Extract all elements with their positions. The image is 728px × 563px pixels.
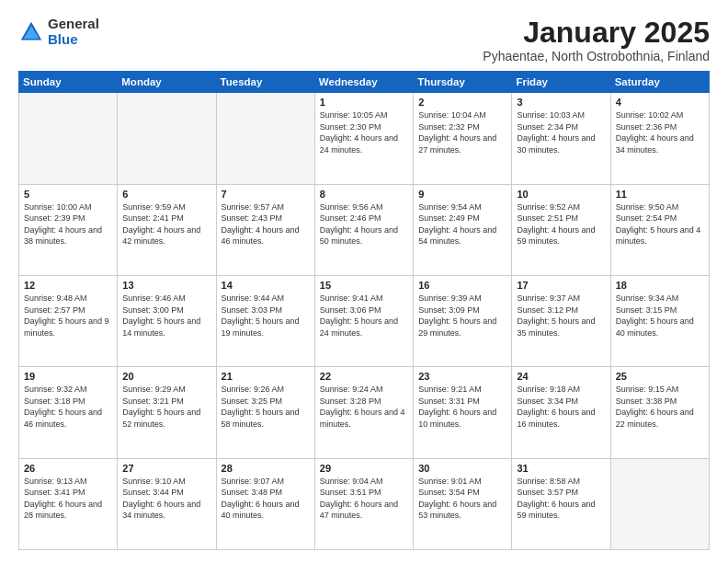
- calendar-cell: 25Sunrise: 9:15 AM Sunset: 3:38 PM Dayli…: [610, 367, 709, 458]
- title-block: January 2025 Pyhaentae, North Ostrobothn…: [483, 17, 710, 63]
- day-number: 25: [616, 371, 704, 382]
- calendar-table: Sunday Monday Tuesday Wednesday Thursday…: [18, 71, 710, 550]
- day-info: Sunrise: 9:07 AM Sunset: 3:48 PM Dayligh…: [222, 476, 310, 522]
- day-number: 31: [517, 463, 605, 474]
- calendar-cell: 3Sunrise: 10:03 AM Sunset: 2:34 PM Dayli…: [512, 93, 610, 184]
- calendar-cell: 22Sunrise: 9:24 AM Sunset: 3:28 PM Dayli…: [314, 367, 413, 458]
- day-number: 6: [122, 189, 210, 200]
- day-number: 4: [616, 97, 704, 108]
- calendar-cell: [19, 93, 118, 184]
- day-number: 14: [222, 280, 310, 291]
- calendar-cell: 29Sunrise: 9:04 AM Sunset: 3:51 PM Dayli…: [314, 458, 413, 549]
- day-info: Sunrise: 9:26 AM Sunset: 3:25 PM Dayligh…: [222, 384, 310, 430]
- day-info: Sunrise: 9:46 AM Sunset: 3:00 PM Dayligh…: [122, 293, 210, 339]
- day-number: 2: [418, 97, 506, 108]
- day-info: Sunrise: 9:24 AM Sunset: 3:28 PM Dayligh…: [320, 384, 408, 430]
- calendar-cell: 20Sunrise: 9:29 AM Sunset: 3:21 PM Dayli…: [118, 367, 216, 458]
- day-info: Sunrise: 9:39 AM Sunset: 3:09 PM Dayligh…: [418, 293, 506, 339]
- day-number: 13: [122, 280, 210, 291]
- day-info: Sunrise: 9:41 AM Sunset: 3:06 PM Dayligh…: [320, 293, 408, 339]
- day-number: 21: [222, 371, 310, 382]
- calendar-cell: 16Sunrise: 9:39 AM Sunset: 3:09 PM Dayli…: [414, 275, 512, 366]
- calendar-cell: 19Sunrise: 9:32 AM Sunset: 3:18 PM Dayli…: [19, 367, 118, 458]
- calendar-cell: 28Sunrise: 9:07 AM Sunset: 3:48 PM Dayli…: [216, 458, 314, 549]
- day-info: Sunrise: 10:04 AM Sunset: 2:32 PM Daylig…: [418, 109, 506, 155]
- day-number: 29: [320, 463, 408, 474]
- day-info: Sunrise: 9:15 AM Sunset: 3:38 PM Dayligh…: [616, 384, 704, 430]
- calendar-week-0: 1Sunrise: 10:05 AM Sunset: 2:30 PM Dayli…: [19, 93, 710, 184]
- day-number: 10: [517, 189, 605, 200]
- day-number: 18: [616, 280, 704, 291]
- day-info: Sunrise: 9:34 AM Sunset: 3:15 PM Dayligh…: [616, 293, 704, 339]
- calendar-cell: 1Sunrise: 10:05 AM Sunset: 2:30 PM Dayli…: [314, 93, 413, 184]
- day-number: 16: [418, 280, 506, 291]
- calendar-cell: 31Sunrise: 8:58 AM Sunset: 3:57 PM Dayli…: [512, 458, 610, 549]
- calendar-cell: 10Sunrise: 9:52 AM Sunset: 2:51 PM Dayli…: [512, 184, 610, 275]
- day-number: 1: [320, 97, 408, 108]
- logo-blue: Blue: [48, 32, 99, 48]
- day-number: 12: [24, 280, 112, 291]
- day-info: Sunrise: 9:01 AM Sunset: 3:54 PM Dayligh…: [418, 476, 506, 522]
- calendar-week-1: 5Sunrise: 10:00 AM Sunset: 2:39 PM Dayli…: [19, 184, 710, 275]
- day-info: Sunrise: 8:58 AM Sunset: 3:57 PM Dayligh…: [517, 476, 605, 522]
- day-info: Sunrise: 10:00 AM Sunset: 2:39 PM Daylig…: [24, 201, 112, 247]
- day-number: 5: [24, 189, 112, 200]
- calendar-cell: 30Sunrise: 9:01 AM Sunset: 3:54 PM Dayli…: [414, 458, 512, 549]
- day-number: 23: [418, 371, 506, 382]
- day-number: 17: [517, 280, 605, 291]
- day-info: Sunrise: 9:57 AM Sunset: 2:43 PM Dayligh…: [222, 201, 310, 247]
- day-info: Sunrise: 9:50 AM Sunset: 2:54 PM Dayligh…: [616, 201, 704, 247]
- calendar-cell: 18Sunrise: 9:34 AM Sunset: 3:15 PM Dayli…: [610, 275, 709, 366]
- col-saturday: Saturday: [610, 72, 709, 93]
- calendar-cell: 8Sunrise: 9:56 AM Sunset: 2:46 PM Daylig…: [314, 184, 413, 275]
- logo-icon: [18, 19, 44, 45]
- day-number: 15: [320, 280, 408, 291]
- calendar-week-2: 12Sunrise: 9:48 AM Sunset: 2:57 PM Dayli…: [19, 275, 710, 366]
- calendar-cell: 23Sunrise: 9:21 AM Sunset: 3:31 PM Dayli…: [414, 367, 512, 458]
- day-number: 26: [24, 463, 112, 474]
- calendar-cell: 27Sunrise: 9:10 AM Sunset: 3:44 PM Dayli…: [118, 458, 216, 549]
- day-info: Sunrise: 9:52 AM Sunset: 2:51 PM Dayligh…: [517, 201, 605, 247]
- col-thursday: Thursday: [414, 72, 512, 93]
- day-info: Sunrise: 10:02 AM Sunset: 2:36 PM Daylig…: [616, 109, 704, 155]
- day-info: Sunrise: 9:10 AM Sunset: 3:44 PM Dayligh…: [122, 476, 210, 522]
- calendar-cell: [610, 458, 709, 549]
- calendar-week-3: 19Sunrise: 9:32 AM Sunset: 3:18 PM Dayli…: [19, 367, 710, 458]
- day-info: Sunrise: 9:48 AM Sunset: 2:57 PM Dayligh…: [24, 293, 112, 339]
- calendar-cell: 4Sunrise: 10:02 AM Sunset: 2:36 PM Dayli…: [610, 93, 709, 184]
- day-info: Sunrise: 9:21 AM Sunset: 3:31 PM Dayligh…: [418, 384, 506, 430]
- calendar-week-4: 26Sunrise: 9:13 AM Sunset: 3:41 PM Dayli…: [19, 458, 710, 549]
- day-number: 3: [517, 97, 605, 108]
- day-number: 20: [122, 371, 210, 382]
- calendar-cell: 12Sunrise: 9:48 AM Sunset: 2:57 PM Dayli…: [19, 275, 118, 366]
- calendar-cell: 26Sunrise: 9:13 AM Sunset: 3:41 PM Dayli…: [19, 458, 118, 549]
- calendar-header-row: Sunday Monday Tuesday Wednesday Thursday…: [19, 72, 710, 93]
- col-monday: Monday: [118, 72, 216, 93]
- header: General Blue January 2025 Pyhaentae, Nor…: [18, 17, 710, 63]
- calendar-cell: [118, 93, 216, 184]
- col-tuesday: Tuesday: [216, 72, 314, 93]
- calendar-cell: 2Sunrise: 10:04 AM Sunset: 2:32 PM Dayli…: [414, 93, 512, 184]
- calendar-cell: 5Sunrise: 10:00 AM Sunset: 2:39 PM Dayli…: [19, 184, 118, 275]
- logo-text: General Blue: [48, 17, 99, 47]
- day-info: Sunrise: 9:18 AM Sunset: 3:34 PM Dayligh…: [517, 384, 605, 430]
- page: General Blue January 2025 Pyhaentae, Nor…: [0, 0, 728, 563]
- logo-general: General: [48, 17, 99, 32]
- calendar-cell: 7Sunrise: 9:57 AM Sunset: 2:43 PM Daylig…: [216, 184, 314, 275]
- day-number: 11: [616, 189, 704, 200]
- location-title: Pyhaentae, North Ostrobothnia, Finland: [483, 49, 710, 63]
- day-info: Sunrise: 9:13 AM Sunset: 3:41 PM Dayligh…: [24, 476, 112, 522]
- day-info: Sunrise: 9:37 AM Sunset: 3:12 PM Dayligh…: [517, 293, 605, 339]
- day-info: Sunrise: 10:03 AM Sunset: 2:34 PM Daylig…: [517, 109, 605, 155]
- month-title: January 2025: [483, 17, 710, 49]
- calendar-cell: 24Sunrise: 9:18 AM Sunset: 3:34 PM Dayli…: [512, 367, 610, 458]
- calendar-cell: 11Sunrise: 9:50 AM Sunset: 2:54 PM Dayli…: [610, 184, 709, 275]
- calendar-cell: 15Sunrise: 9:41 AM Sunset: 3:06 PM Dayli…: [314, 275, 413, 366]
- day-info: Sunrise: 9:04 AM Sunset: 3:51 PM Dayligh…: [320, 476, 408, 522]
- day-number: 7: [222, 189, 310, 200]
- day-number: 19: [24, 371, 112, 382]
- day-info: Sunrise: 9:32 AM Sunset: 3:18 PM Dayligh…: [24, 384, 112, 430]
- day-info: Sunrise: 9:54 AM Sunset: 2:49 PM Dayligh…: [418, 201, 506, 247]
- day-info: Sunrise: 9:44 AM Sunset: 3:03 PM Dayligh…: [222, 293, 310, 339]
- day-number: 8: [320, 189, 408, 200]
